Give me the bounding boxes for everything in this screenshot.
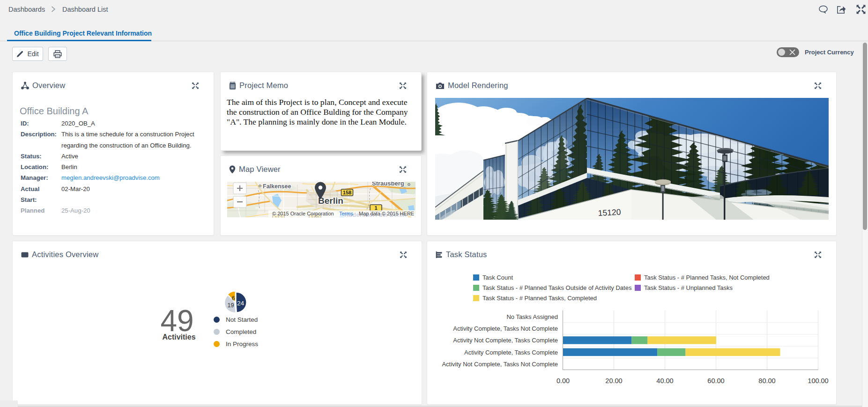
svg-text:Activity Not Complete, Tasks C: Activity Not Complete, Tasks Complete <box>453 337 558 344</box>
svg-text:Strausberg: Strausberg <box>372 182 404 187</box>
svg-text:Activity Complete, Tasks Compl: Activity Complete, Tasks Complete <box>464 349 558 356</box>
svg-text:© 2015 Oracle Corporation: © 2015 Oracle Corporation <box>272 211 334 216</box>
svg-text:158: 158 <box>343 190 351 195</box>
svg-text:Map data © 2015 HERE: Map data © 2015 HERE <box>359 211 414 216</box>
svg-text:Falkensee: Falkensee <box>263 183 291 190</box>
svg-text:Activity Not Complete, Tasks N: Activity Not Complete, Tasks Not Complet… <box>442 361 558 368</box>
svg-text:15120: 15120 <box>598 207 621 218</box>
svg-text:6: 6 <box>232 295 235 302</box>
svg-text:Terms: Terms <box>339 211 353 216</box>
svg-text:80.00: 80.00 <box>758 377 775 385</box>
svg-text:60.00: 60.00 <box>707 377 724 385</box>
svg-text:No Tasks Assigned: No Tasks Assigned <box>506 313 558 320</box>
svg-text:40.00: 40.00 <box>656 377 673 385</box>
svg-text:24: 24 <box>237 300 245 307</box>
svg-text:0.00: 0.00 <box>556 377 570 385</box>
svg-text:1: 1 <box>374 205 377 211</box>
svg-text:Berlin: Berlin <box>318 196 343 206</box>
svg-text:100.00: 100.00 <box>808 377 828 385</box>
svg-text:20.00: 20.00 <box>605 377 622 385</box>
svg-text:19: 19 <box>228 302 234 309</box>
svg-text:Activity Complete, Tasks Not C: Activity Complete, Tasks Not Complete <box>453 325 558 332</box>
